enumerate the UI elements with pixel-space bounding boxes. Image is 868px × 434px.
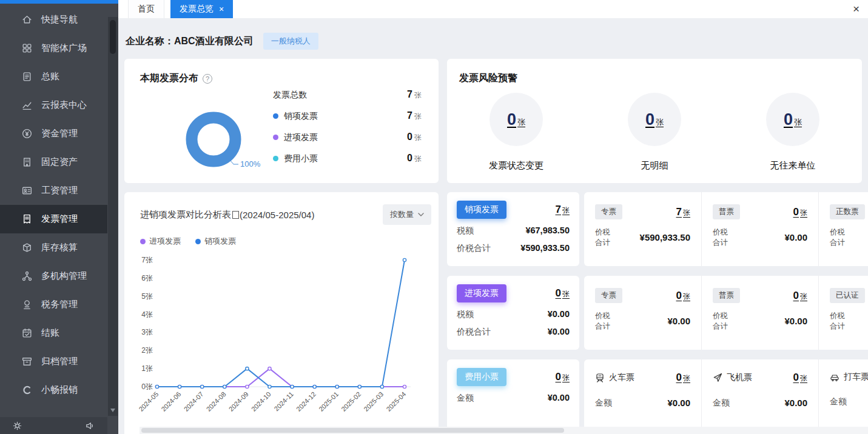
svg-text:2025-03: 2025-03 [362,390,385,413]
chart-legend-sales[interactable]: 销项发票 [195,236,236,247]
legend-row-purchase: 进项发票 0张 [273,127,422,148]
count-link[interactable]: 0张 [793,372,807,384]
svg-text:2025-02: 2025-02 [340,390,362,413]
ordinary-invoice-group: 普票 0张 价税合计 ¥0.00 [701,276,818,350]
risk-count-link[interactable]: 0张 [784,110,802,129]
sidebar-item-closing[interactable]: 结账 [0,319,107,347]
chart-legend-purchase[interactable]: 进项发票 [140,236,181,247]
chart-mode-select[interactable]: 按数量 [383,204,431,225]
train-icon [595,373,605,382]
horizontal-scrollbar-thumb[interactable] [141,428,564,433]
tab-bar: 首页 发票总览 × × [118,0,868,18]
speaker-icon[interactable] [85,421,95,431]
risk-item-status-change: 0张 发票状态变更 [453,93,580,172]
donut-label: 100% [240,159,261,169]
count-link[interactable]: 0张 [793,206,807,218]
sidebar-item-archive[interactable]: 归档管理 [0,347,107,376]
sidebar-item-quick-nav[interactable]: 快捷导航 [0,5,107,34]
tax-icon [21,299,33,311]
risk-item-no-detail: 0张 无明细 [591,93,718,172]
horizontal-scrollbar[interactable] [140,427,868,434]
close-icon[interactable]: × [853,0,860,18]
payroll-icon [21,185,33,197]
legend-row-total: 发票总数 7张 [273,84,422,105]
risk-count-link[interactable]: 0张 [645,110,664,129]
sidebar-item-label: 小畅报销 [41,384,78,396]
svg-text:7张: 7张 [141,256,153,264]
sidebar-item-tax[interactable]: 税务管理 [0,290,107,319]
svg-text:2024-09: 2024-09 [227,390,250,413]
taxpayer-badge: 一般纳税人 [263,33,318,50]
risk-count-link[interactable]: 0张 [507,110,525,129]
svg-text:2张: 2张 [141,346,153,355]
train-ticket-group: 火车票 0张 金额 ¥0.00 [584,359,701,433]
sidebar-item-label: 智能体广场 [41,42,87,54]
help-icon[interactable]: ? [203,74,212,84]
archive-icon [21,356,33,368]
missing-glyph-box-icon [232,211,239,219]
svg-text:2024-11: 2024-11 [272,390,294,412]
donut-chart: 100% [166,103,269,176]
gear-icon[interactable] [12,421,22,431]
positive-invoice-group: 正数票 价税合计 ¥590,933.50 [818,192,868,266]
count-link[interactable]: 0张 [793,290,807,302]
cloud-report-icon [21,99,33,112]
sidebar-item-fixed-assets[interactable]: 固定资产 [0,148,107,176]
chart-title: 进销项发票对比分析表(2024/05-2025/04) [140,209,314,221]
comparison-chart-card: 进销项发票对比分析表(2024/05-2025/04) 按数量 进项发票 销项发… [124,192,439,434]
tab-close-icon[interactable]: × [219,5,224,13]
sidebar-item-inventory[interactable]: 库存核算 [0,233,107,262]
sidebar-item-funds[interactable]: 资金管理 [0,119,107,148]
svg-text:6张: 6张 [141,274,153,282]
agent-plaza-icon [21,42,33,55]
sidebar-item-general-ledger[interactable]: 总账 [0,62,107,91]
sales-detail-card: 专票 7张 价税合计 ¥590,933.50 普票 0张 价税合计 ¥0.00 [584,192,868,266]
sidebar-scrollbar-thumb[interactable] [110,20,116,54]
taxi-ticket-group: 打车票 金额 [818,359,868,433]
sidebar-top-accent [0,0,118,4]
sidebar-item-multi-org[interactable]: 多机构管理 [0,262,107,290]
sidebar-scrollbar[interactable] [108,17,118,416]
closing-icon [21,327,33,339]
sidebar-item-cloud-reports[interactable]: 云报表中心 [0,91,107,119]
count-link[interactable]: 7张 [676,206,690,218]
sidebar-item-label: 资金管理 [41,128,78,139]
distribution-legend: 发票总数 7张 销项发票 7张 进项发票 0张 费用小票 0张 [273,84,422,169]
special-invoice-badge: 专票 [595,288,622,303]
count-link[interactable]: 0张 [676,290,690,302]
count-link[interactable]: 0张 [676,372,690,384]
distribution-card-title: 本期发票分布 [140,72,198,85]
expense-dot-icon [273,156,278,161]
sidebar-item-label: 结账 [41,327,59,339]
svg-text:2024-12: 2024-12 [295,390,317,413]
sales-count-link[interactable]: 7张 [556,204,570,216]
company-name-label: 企业名称： [126,35,174,48]
sidebar-item-label: 云报表中心 [41,99,87,111]
scroll-down-arrow-icon[interactable] [110,409,115,412]
svg-text:2025-04: 2025-04 [385,390,407,413]
legend-row-expense: 费用小票 0张 [273,148,422,169]
sidebar: 快捷导航 智能体广场 总账 云报表中心 资金管理 固定资产 [0,0,118,434]
sidebar-item-label: 库存核算 [41,242,78,253]
sidebar-item-agent-plaza[interactable]: 智能体广场 [0,34,107,62]
sales-invoice-badge[interactable]: 销项发票 [457,201,506,219]
expense-receipt-badge[interactable]: 费用小票 [457,368,506,386]
svg-text:2024-08: 2024-08 [205,390,227,413]
purchase-summary-card: 进项发票 0张 税额¥0.00 价税合计¥0.00 [447,276,579,350]
sidebar-item-reimbursement[interactable]: 小畅报销 [0,376,107,404]
risk-item-no-counterparty: 0张 无往来单位 [729,93,856,172]
expense-count-link[interactable]: 0张 [556,371,570,383]
purchase-invoice-badge[interactable]: 进项发票 [457,284,506,302]
sidebar-item-label: 总账 [41,71,59,82]
tab-home[interactable]: 首页 [128,0,164,18]
sidebar-item-payroll[interactable]: 工资管理 [0,176,107,205]
chevron-down-icon [418,213,424,216]
purchase-count-link[interactable]: 0张 [556,287,570,299]
risk-circle: 0张 [628,93,681,146]
ordinary-invoice-group: 普票 0张 价税合计 ¥0.00 [701,192,818,266]
tab-invoice-overview[interactable]: 发票总览 × [170,0,233,18]
screen: 快捷导航 智能体广场 总账 云报表中心 资金管理 固定资产 [0,0,868,434]
multi-org-icon [21,270,33,282]
sidebar-item-invoice-management[interactable]: 发票管理 [0,205,107,233]
fixed-assets-icon [21,156,33,169]
